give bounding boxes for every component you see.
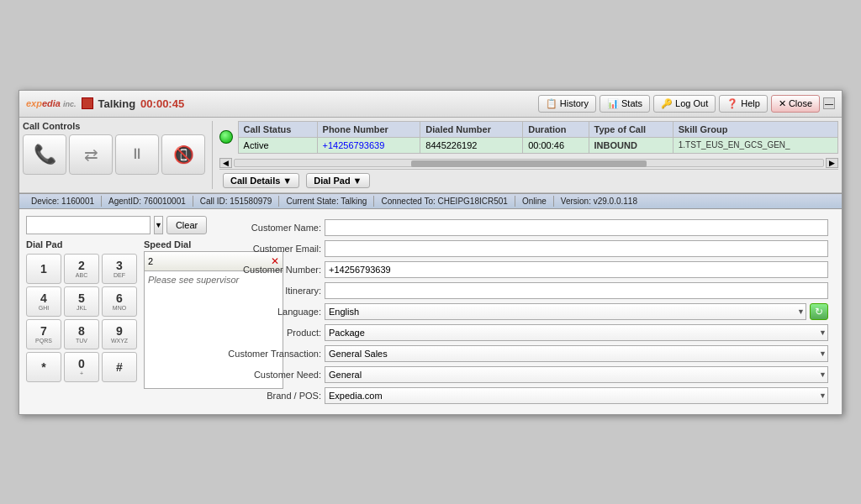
status-call-id: Call ID: 151580979: [193, 196, 280, 207]
customer-number-row: Customer Number:: [203, 261, 828, 278]
number-input[interactable]: [26, 216, 151, 234]
content-area: ▼ Clear Dial Pad 1 2ABC 3DEF 4GHI 5JKL: [19, 209, 842, 414]
main-window: expedia inc. Talking 00:00:45 📋 History …: [18, 90, 843, 415]
customer-email-label: Customer Email:: [203, 244, 321, 254]
key-9[interactable]: 9WXYZ: [102, 319, 137, 349]
cell-phone: +14256793639: [317, 137, 420, 153]
col-dialed: Dialed Number: [420, 121, 523, 137]
dial-pad-dropdown[interactable]: Dial Pad ▼: [306, 173, 369, 188]
status-state: Current State: Talking: [279, 196, 374, 207]
key-8[interactable]: 8TUV: [64, 319, 99, 349]
logo-icon: expedia inc.: [26, 98, 77, 108]
dialpad-section: Dial Pad 1 2ABC 3DEF 4GHI 5JKL 6MNO 7PQR…: [26, 239, 190, 389]
status-square: [82, 97, 93, 109]
key-2[interactable]: 2ABC: [64, 254, 99, 284]
help-button[interactable]: ❓ Help: [719, 95, 768, 113]
transaction-select-wrapper: General Sales General Service Complaint …: [325, 345, 828, 362]
title-bar: expedia inc. Talking 00:00:45 📋 History …: [19, 91, 842, 118]
key-hash[interactable]: #: [102, 352, 137, 382]
dialpad-row-1: 1 2ABC 3DEF: [26, 254, 137, 284]
customer-name-row: Customer Name:: [203, 219, 828, 236]
call-controls-section: Call Controls 📞 ⇄ ⏸ 📵: [23, 121, 205, 189]
product-label: Product:: [203, 328, 321, 338]
close-icon: ✕: [779, 98, 786, 109]
customer-email-row: Customer Email:: [203, 240, 828, 257]
table-row[interactable]: Active +14256793639 8445226192 00:00:46 …: [238, 137, 837, 153]
key-5[interactable]: 5JKL: [64, 286, 99, 317]
transaction-label: Customer Transaction:: [203, 349, 321, 359]
help-icon: ❓: [726, 98, 738, 109]
history-button[interactable]: 📋 History: [538, 95, 596, 113]
transfer-button[interactable]: ⇄: [69, 134, 113, 175]
key-3[interactable]: 3DEF: [102, 254, 137, 284]
refresh-button[interactable]: ↻: [810, 303, 828, 320]
transaction-row: Customer Transaction: General Sales Gene…: [203, 345, 828, 362]
key-star[interactable]: *: [26, 352, 61, 382]
need-select[interactable]: General Specific Urgent: [325, 366, 828, 383]
language-label: Language:: [203, 307, 321, 317]
dialpad: Dial Pad 1 2ABC 3DEF 4GHI 5JKL 6MNO 7PQR…: [26, 239, 137, 389]
talking-label: Talking: [98, 97, 136, 110]
dialpad-label: Dial Pad: [26, 239, 137, 249]
col-duration: Duration: [523, 121, 589, 137]
scroll-left-button[interactable]: ◀: [219, 158, 232, 168]
key-1[interactable]: 1: [26, 254, 61, 284]
call-details-dropdown[interactable]: Call Details ▼: [223, 173, 299, 188]
key-7[interactable]: 7PQRS: [26, 319, 61, 349]
need-select-wrapper: General Specific Urgent ▼: [325, 366, 828, 383]
input-row: ▼ Clear: [26, 216, 190, 234]
scroll-right-button[interactable]: ▶: [826, 158, 838, 168]
dialpad-row-4: * 0+ #: [26, 352, 137, 382]
logout-button[interactable]: 🔑 Log Out: [653, 95, 716, 113]
key-6[interactable]: 6MNO: [102, 286, 137, 317]
right-panel: Customer Name: Customer Email: Customer …: [197, 216, 835, 407]
need-row: Customer Need: General Specific Urgent ▼: [203, 366, 828, 383]
key-0[interactable]: 0+: [64, 352, 99, 382]
status-bar: Device: 1160001 AgentID: 760010001 Call …: [19, 193, 842, 209]
customer-email-input[interactable]: [325, 240, 828, 257]
logout-icon: 🔑: [661, 98, 673, 109]
call-controls-bar: Call Controls 📞 ⇄ ⏸ 📵: [19, 118, 842, 193]
itinerary-input[interactable]: [325, 282, 828, 299]
call-button[interactable]: 📞: [23, 134, 66, 175]
hangup-button[interactable]: 📵: [161, 134, 205, 175]
brand-select[interactable]: Expedia.com Hotels.com Vrbo: [325, 387, 828, 404]
col-status: Call Status: [238, 121, 317, 137]
scrollbar: [234, 159, 824, 167]
key-4[interactable]: 4GHI: [26, 286, 61, 317]
transfer-icon: ⇄: [84, 144, 98, 165]
col-type: Type of Call: [589, 121, 673, 137]
customer-name-input[interactable]: [325, 219, 828, 236]
col-skill: Skill Group: [673, 121, 837, 137]
need-label: Customer Need:: [203, 370, 321, 380]
status-online: Online: [515, 196, 554, 207]
status-device: Device: 1160001: [24, 196, 102, 207]
dropdown-arrow-icon-2: ▼: [353, 176, 362, 186]
stats-icon: 📊: [607, 98, 619, 109]
left-panel: ▼ Clear Dial Pad 1 2ABC 3DEF 4GHI 5JKL: [26, 216, 190, 407]
dropdown-arrow-icon: ▼: [283, 176, 292, 186]
language-select[interactable]: English Spanish French: [325, 303, 806, 320]
call-table-section: Call Status Phone Number Dialed Number D…: [219, 121, 838, 189]
hold-icon: ⏸: [129, 145, 145, 163]
minimize-button[interactable]: —: [823, 97, 835, 109]
title-bar-left: expedia inc. Talking 00:00:45: [26, 97, 538, 110]
transaction-select[interactable]: General Sales General Service Complaint: [325, 345, 828, 362]
product-select[interactable]: Package Flight Hotel Car: [325, 324, 828, 341]
language-row: Language: English Spanish French ▼ ↻: [203, 303, 828, 320]
input-dropdown-button[interactable]: ▼: [154, 216, 163, 234]
close-button[interactable]: ✕ Close: [771, 95, 820, 113]
stats-button[interactable]: 📊 Stats: [600, 95, 650, 113]
customer-name-label: Customer Name:: [203, 223, 321, 233]
talking-timer: 00:00:45: [140, 97, 184, 110]
product-row: Product: Package Flight Hotel Car ▼: [203, 324, 828, 341]
online-indicator: [219, 130, 233, 144]
hold-button[interactable]: ⏸: [115, 134, 159, 175]
status-agent: AgentID: 760010001: [102, 196, 193, 207]
call-controls-label: Call Controls: [23, 121, 80, 131]
brand-select-wrapper: Expedia.com Hotels.com Vrbo ▼: [325, 387, 828, 404]
divider: [212, 121, 213, 189]
phone-icon: 📞: [34, 144, 56, 165]
customer-number-input[interactable]: [325, 261, 828, 278]
call-table: Call Status Phone Number Dialed Number D…: [238, 121, 838, 154]
